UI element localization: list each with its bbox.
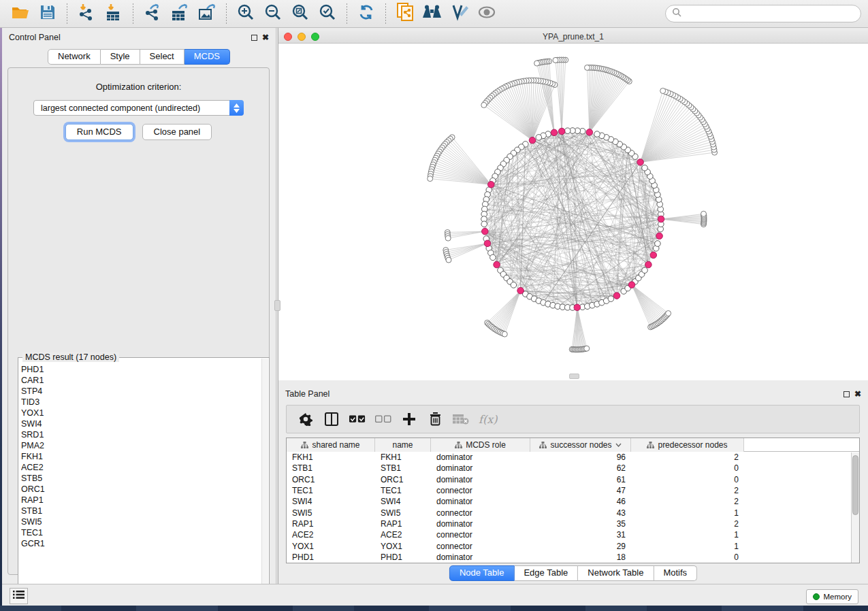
leaf-node[interactable] xyxy=(701,211,707,216)
mcds-hub-node[interactable] xyxy=(628,282,635,288)
mcds-result-item[interactable]: PMA2 xyxy=(21,440,261,451)
ring-node[interactable] xyxy=(642,165,648,171)
mcds-hub-node[interactable] xyxy=(529,137,536,144)
horizontal-splitter-grip[interactable] xyxy=(569,374,579,379)
ring-node[interactable] xyxy=(655,241,661,247)
open-file-button[interactable] xyxy=(10,3,31,24)
table-row[interactable]: PHD1PHD1dominator180 xyxy=(287,552,859,563)
network-titlebar[interactable]: YPA_prune.txt_1 xyxy=(278,31,868,44)
table-row[interactable]: SWI5SWI5connector431 xyxy=(287,507,859,518)
mcds-result-item[interactable]: SRD1 xyxy=(21,429,261,440)
zoom-selected-button[interactable] xyxy=(317,3,338,24)
leaf-node[interactable] xyxy=(446,257,451,263)
mcds-hub-node[interactable] xyxy=(637,159,644,166)
search-binoculars-button[interactable] xyxy=(422,3,443,24)
tab-node-table[interactable]: Node Table xyxy=(449,565,515,581)
run-mcds-button[interactable]: Run MCDS xyxy=(65,124,133,140)
column-header-shared-name[interactable]: shared name xyxy=(287,438,375,452)
export-table-button[interactable] xyxy=(170,3,190,24)
save-session-button[interactable] xyxy=(37,3,58,24)
deselect-all-icon[interactable] xyxy=(375,411,391,427)
show-columns-icon[interactable] xyxy=(323,411,340,427)
mcds-hub-node[interactable] xyxy=(517,287,524,294)
leaf-node[interactable] xyxy=(553,57,558,63)
refresh-layout-button[interactable] xyxy=(356,3,376,24)
leaf-node[interactable] xyxy=(445,235,451,241)
mcds-result-item[interactable]: SWI4 xyxy=(21,418,261,429)
mcds-hub-node[interactable] xyxy=(482,228,489,235)
mcds-result-item[interactable]: RAP1 xyxy=(21,495,261,506)
mcds-hub-node[interactable] xyxy=(484,240,491,247)
mcds-hub-node[interactable] xyxy=(613,293,620,299)
search-input[interactable] xyxy=(681,9,854,18)
add-column-icon[interactable] xyxy=(401,411,417,427)
ring-node[interactable] xyxy=(608,296,614,302)
show-hide-button[interactable] xyxy=(477,3,497,24)
network-canvas[interactable] xyxy=(278,44,868,380)
tab-network[interactable]: Network xyxy=(48,49,101,65)
mcds-hub-node[interactable] xyxy=(656,233,663,240)
table-scrollbar[interactable] xyxy=(851,452,859,563)
leaf-node[interactable] xyxy=(666,311,671,316)
mcds-hub-node[interactable] xyxy=(658,216,664,222)
ring-node[interactable] xyxy=(481,221,487,227)
zoom-out-button[interactable] xyxy=(263,3,283,24)
ring-node[interactable] xyxy=(594,131,600,137)
mcds-result-item[interactable]: TEC1 xyxy=(21,527,261,538)
tab-style[interactable]: Style xyxy=(101,49,140,65)
tab-mcds[interactable]: MCDS xyxy=(184,49,230,65)
ring-node[interactable] xyxy=(490,254,496,261)
leaf-node[interactable] xyxy=(585,65,590,70)
mcds-result-item[interactable]: STP4 xyxy=(21,386,261,397)
column-header-MCDS-role[interactable]: MCDS role xyxy=(431,438,530,452)
mcds-list-scrollbar[interactable] xyxy=(261,359,268,609)
export-network-button[interactable] xyxy=(142,3,163,24)
minimize-window-icon[interactable] xyxy=(298,33,306,41)
table-row[interactable]: ORC1ORC1dominator610 xyxy=(287,474,859,485)
close-panel-icon[interactable]: ✖ xyxy=(854,391,861,397)
mcds-hub-node[interactable] xyxy=(586,129,593,136)
mcds-hub-node[interactable] xyxy=(494,261,500,268)
ring-node[interactable] xyxy=(564,128,570,134)
mcds-result-item[interactable]: SWI5 xyxy=(21,516,261,527)
task-history-button[interactable] xyxy=(10,588,28,604)
ring-node[interactable] xyxy=(536,135,542,141)
mcds-hub-node[interactable] xyxy=(650,252,657,259)
mcds-hub-node[interactable] xyxy=(488,181,495,188)
optimization-criterion-select[interactable]: largest connected component (undirected) xyxy=(33,100,244,116)
column-header-name[interactable]: name xyxy=(375,438,431,452)
mcds-hub-node[interactable] xyxy=(645,261,652,268)
table-row[interactable]: RAP1RAP1dominator352 xyxy=(287,518,859,529)
leaf-node[interactable] xyxy=(502,331,507,337)
ring-node[interactable] xyxy=(511,282,517,288)
tab-motifs[interactable]: Motifs xyxy=(654,565,697,581)
mcds-result-item[interactable]: STB5 xyxy=(21,473,261,484)
table-row[interactable]: SWI4SWI4dominator462 xyxy=(287,496,859,507)
ring-node[interactable] xyxy=(642,267,648,274)
table-row[interactable]: STB1STB1dominator620 xyxy=(287,463,859,474)
mcds-hub-node[interactable] xyxy=(574,304,581,311)
mcds-hub-node[interactable] xyxy=(558,128,565,135)
close-window-icon[interactable] xyxy=(284,33,292,41)
zoom-in-button[interactable] xyxy=(236,3,256,24)
table-row[interactable]: ACE2ACE2connector311 xyxy=(287,529,859,540)
export-image-button[interactable] xyxy=(197,3,217,24)
memory-button[interactable]: Memory xyxy=(806,589,858,604)
mcds-result-item[interactable]: STB1 xyxy=(21,506,261,516)
vizmapper-style-button[interactable] xyxy=(449,3,470,24)
leaf-node[interactable] xyxy=(534,61,540,66)
float-window-icon[interactable] xyxy=(251,35,257,41)
leaf-node[interactable] xyxy=(584,346,590,351)
delete-column-trash-icon[interactable] xyxy=(427,411,443,427)
mcds-hub-node[interactable] xyxy=(551,129,558,136)
mcds-result-item[interactable]: FKH1 xyxy=(21,451,261,462)
table-scrollbar-thumb[interactable] xyxy=(852,455,858,515)
tab-network-table[interactable]: Network Table xyxy=(578,565,654,581)
tab-select[interactable]: Select xyxy=(140,49,184,65)
table-settings-gear-icon[interactable] xyxy=(298,411,314,427)
import-network-button[interactable] xyxy=(76,3,97,24)
import-table-button[interactable] xyxy=(103,3,124,24)
mcds-result-item[interactable]: YOX1 xyxy=(21,408,261,418)
clone-network-button[interactable] xyxy=(395,3,415,24)
mcds-result-item[interactable]: ACE2 xyxy=(21,462,261,473)
